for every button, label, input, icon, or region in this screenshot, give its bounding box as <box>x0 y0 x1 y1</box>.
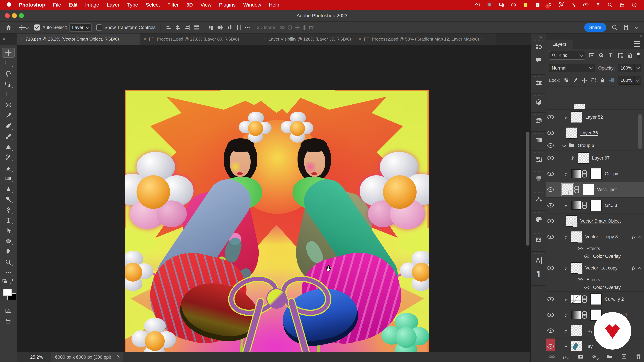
layer-row[interactable]: Layer 67 <box>546 150 644 166</box>
align-center-h-icon[interactable] <box>174 24 181 31</box>
fill-field[interactable]: 100% <box>618 76 641 85</box>
menu-edit[interactable]: Edit <box>69 2 78 8</box>
panel-grip[interactable] <box>534 233 544 234</box>
filter-adjustment-layers-icon[interactable] <box>598 52 604 59</box>
history-brush-tool[interactable] <box>2 153 14 162</box>
move-tool-preset-icon[interactable] <box>18 24 26 31</box>
layer-row[interactable]: Gr... 8 <box>546 197 644 214</box>
layer-name[interactable]: Lay <box>585 328 593 333</box>
effects-label[interactable]: Effects <box>586 277 600 282</box>
adjustment-thumbnail[interactable] <box>571 169 581 178</box>
character-panel-icon[interactable]: A <box>535 256 542 264</box>
visibility-eye-icon[interactable] <box>548 172 554 176</box>
lock-pixels-icon[interactable] <box>572 77 579 84</box>
link-layers-icon[interactable] <box>548 353 556 360</box>
comments-panel-icon[interactable] <box>535 56 542 64</box>
filter-toggle[interactable] <box>635 52 641 59</box>
filter-pixel-layers-icon[interactable] <box>589 52 595 59</box>
layer-name[interactable]: Gr... 8 <box>605 203 617 208</box>
filter-type-layers-icon[interactable]: T <box>608 52 614 59</box>
new-group-icon[interactable] <box>606 353 613 360</box>
layer-row-partial[interactable] <box>546 104 644 110</box>
visibility-eye-icon[interactable] <box>548 115 554 119</box>
visibility-eye-icon[interactable] <box>548 266 554 270</box>
mask-link-icon[interactable] <box>574 186 579 193</box>
wifi-icon[interactable] <box>595 2 601 8</box>
libraries-panel-icon[interactable] <box>535 117 542 125</box>
tab-layer-visibility[interactable]: × Layer Visibility @ 126% (Layer 37, RGB… <box>260 33 362 44</box>
menu-file[interactable]: File <box>53 2 61 8</box>
visibility-eye-icon[interactable] <box>578 247 582 250</box>
layer-name[interactable]: Lay <box>585 344 593 349</box>
document-viewport[interactable] <box>17 44 530 352</box>
home-icon[interactable] <box>5 24 12 31</box>
translate-icon[interactable] <box>535 2 541 8</box>
visibility-eye-icon[interactable] <box>548 313 554 317</box>
panel-grip[interactable] <box>534 39 544 40</box>
screenshot-icon[interactable] <box>559 2 565 8</box>
layer-name[interactable]: Curv...y 2 <box>605 297 624 302</box>
layer-row[interactable]: Gr...py <box>546 166 644 182</box>
adjustments-panel-icon[interactable] <box>535 98 542 106</box>
menu-image[interactable]: Image <box>85 2 99 8</box>
blend-mode-dropdown[interactable]: Normal <box>549 64 595 72</box>
hand-tool[interactable] <box>2 247 14 256</box>
visibility-eye-icon[interactable] <box>548 156 554 160</box>
notes-icon[interactable] <box>522 2 528 8</box>
layer-thumbnail[interactable] <box>566 215 577 227</box>
distribute-v-icon[interactable] <box>236 24 242 31</box>
layer-name[interactable]: Layer 52 <box>585 115 603 120</box>
close-icon[interactable]: × <box>358 36 361 42</box>
canvas-artwork[interactable] <box>125 90 429 352</box>
layer-thumbnail[interactable] <box>571 231 582 243</box>
lock-transparency-icon[interactable] <box>563 77 570 84</box>
zoom-tool[interactable] <box>2 257 14 267</box>
layer-thumbnail[interactable] <box>571 325 582 336</box>
show-transform-checkbox[interactable] <box>96 24 102 30</box>
meta-icon[interactable] <box>474 2 480 8</box>
effects-label[interactable]: Effects <box>586 246 600 251</box>
mask-link-icon[interactable] <box>582 311 587 319</box>
layer-name[interactable]: Vect...ject <box>597 187 617 192</box>
panel-grip[interactable] <box>534 76 544 77</box>
share-button[interactable]: Share <box>584 23 606 32</box>
lasso-tool[interactable] <box>2 69 14 78</box>
close-icon[interactable]: × <box>144 36 146 42</box>
layer-row[interactable]: Vector ... copy 8 fx <box>546 229 644 245</box>
effect-item-row[interactable]: Color Overlay <box>546 284 644 292</box>
panel-menu-icon[interactable] <box>634 41 640 47</box>
battery-icon[interactable] <box>583 2 589 8</box>
workspace-chevron-icon[interactable] <box>634 25 638 29</box>
close-icon[interactable]: × <box>20 36 23 42</box>
color-panel-icon[interactable] <box>535 175 542 182</box>
patterns-panel-icon[interactable] <box>535 236 542 244</box>
layer-thumbnail[interactable] <box>566 127 577 139</box>
menu-filter[interactable]: Filter <box>168 2 179 8</box>
layer-row[interactable]: Vector ...ct copy fx <box>546 260 644 276</box>
layer-row[interactable]: Layer 52 <box>546 109 644 125</box>
layer-name[interactable]: Vector ...ct copy <box>585 266 618 271</box>
path-selection-tool[interactable] <box>2 226 14 235</box>
marquee-tool[interactable] <box>2 58 14 68</box>
palette-panel-icon[interactable] <box>535 216 542 223</box>
object-selection-tool[interactable] <box>2 79 14 89</box>
foreground-color-swatch[interactable] <box>3 289 12 296</box>
mask-link-icon[interactable] <box>582 296 587 303</box>
layer-row[interactable]: Vector Smart Object <box>546 213 644 229</box>
mask-thumbnail[interactable] <box>582 184 594 195</box>
panel-grip[interactable] <box>534 152 544 153</box>
visibility-eye-icon[interactable] <box>548 143 554 148</box>
adjustment-thumbnail[interactable] <box>571 201 581 210</box>
group-expand-chevron-icon[interactable] <box>562 143 566 147</box>
visibility-eye-icon[interactable] <box>584 255 589 258</box>
adjustment-thumbnail[interactable] <box>571 311 581 319</box>
type-tool[interactable] <box>2 216 14 225</box>
document-size-readout[interactable]: 6000 px x 6000 px (300 ppi) <box>51 352 124 362</box>
menu-layer[interactable]: Layer <box>107 2 120 8</box>
layer-thumbnail[interactable] <box>562 184 573 195</box>
workspace-switcher-icon[interactable] <box>623 24 630 31</box>
menu-window[interactable]: Window <box>243 2 261 8</box>
healing-brush-tool[interactable] <box>2 121 14 131</box>
align-right-icon[interactable] <box>184 24 190 31</box>
layer-row[interactable]: Layer 36 <box>546 125 644 141</box>
